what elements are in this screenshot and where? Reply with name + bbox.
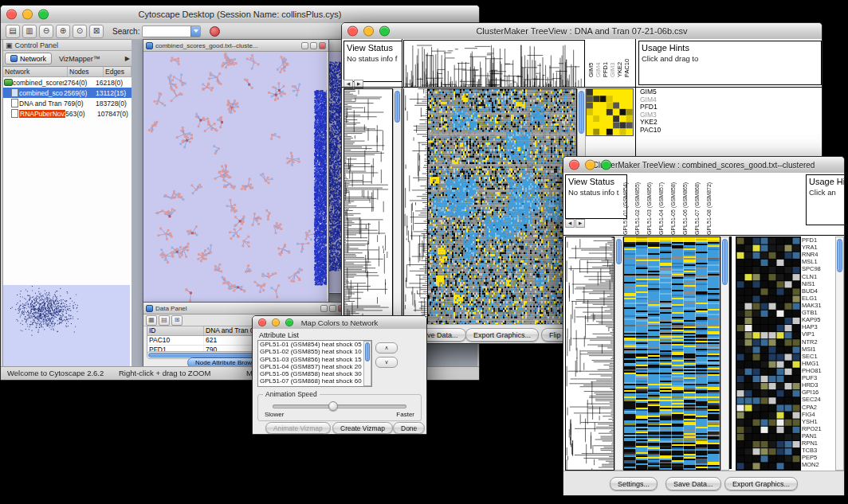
attribute-list-item[interactable]: GPL51-07 (GSM868) heat shock 60 min (258, 377, 371, 385)
zoom-fit-icon[interactable]: ⊙ (73, 25, 87, 38)
gene-label[interactable]: PUF3 (802, 374, 835, 381)
maximize-icon[interactable] (310, 42, 317, 49)
zoom-window-icon[interactable] (379, 26, 390, 37)
gene-label[interactable]: CPA2 (802, 404, 835, 411)
gene-label[interactable]: HMG1 (802, 360, 835, 367)
gene-label[interactable]: MSL1 (802, 258, 835, 265)
row-dendrogram[interactable] (403, 88, 428, 324)
attribute-select-icon[interactable]: ▦ (146, 315, 157, 326)
network-row-selected[interactable]: combined_sco 2569(6) 13112(15) (3, 88, 132, 98)
attribute-list-item[interactable]: GPL51-04 (GSM857) heat shock 20 min (258, 363, 371, 370)
heatmap[interactable] (427, 88, 577, 326)
column-dendrogram[interactable] (403, 40, 585, 88)
gene-label[interactable]: FIG4 (802, 411, 835, 418)
tab-overflow-icon[interactable]: ▶ (125, 55, 130, 62)
zoom-out-icon[interactable]: ⊖ (39, 25, 53, 38)
zoom-in-icon[interactable]: ⊕ (56, 25, 70, 38)
gene-label[interactable]: PAC10 (640, 127, 661, 135)
table-icon[interactable]: ▤ (159, 315, 170, 326)
gene-label[interactable]: MSI1 (802, 346, 835, 353)
add-attribute-icon[interactable]: ⊞ (171, 315, 183, 326)
minimize-icon[interactable] (272, 318, 280, 326)
gene-label[interactable]: RNR4 (802, 251, 835, 258)
frame-titlebar[interactable]: Data Panel (143, 303, 347, 315)
export-graphics-button[interactable]: Export Graphics... (465, 328, 539, 342)
gene-label[interactable]: PHO81 (802, 367, 835, 374)
dendrogram-scrollbar[interactable] (614, 236, 623, 471)
gene-label[interactable]: BUD4 (802, 287, 835, 295)
vertical-scrollbar[interactable] (393, 88, 402, 326)
gene-label[interactable]: CLN1 (802, 273, 835, 280)
zoom-matrix[interactable] (586, 88, 634, 136)
gene-label[interactable]: ELG1 (802, 295, 835, 302)
minimize-icon[interactable] (22, 10, 33, 20)
gene-label[interactable]: MON2 (802, 461, 835, 468)
gene-label[interactable]: SEC1 (802, 353, 835, 360)
maximize-icon[interactable] (329, 305, 336, 312)
zoom-selected-icon[interactable]: ⊠ (89, 25, 104, 38)
gene-label[interactable]: VIP1 (802, 330, 835, 338)
minimize-icon[interactable] (301, 42, 308, 49)
gene-label[interactable]: GTB1 (802, 309, 835, 316)
settings-button[interactable]: Settings... (610, 477, 658, 490)
zoom-window-icon[interactable] (38, 10, 49, 20)
open-icon[interactable]: ▤ (6, 25, 20, 38)
zoom-window-icon[interactable] (601, 160, 611, 170)
gene-label[interactable]: HRD3 (802, 381, 835, 389)
gene-label[interactable]: HAP3 (802, 323, 835, 330)
frame-titlebar[interactable]: combined_scores_good.txt--cluste... (143, 40, 328, 52)
close-icon[interactable] (258, 318, 266, 326)
gene-label[interactable]: YSH1 (802, 418, 835, 425)
attribute-list-item[interactable]: GPL51-01 (GSM854) heat shock 05 min (258, 341, 371, 348)
heatmap-scrollbar[interactable] (720, 236, 729, 471)
titlebar[interactable]: Cytoscape Desktop (Session Name: collins… (1, 6, 479, 24)
gene-label[interactable]: PFD1 (802, 236, 835, 244)
annotation-icon[interactable] (210, 26, 220, 37)
gene-label[interactable]: PEP5 (802, 454, 835, 461)
gene-label[interactable]: NTR2 (802, 338, 835, 346)
minimize-icon[interactable] (320, 305, 328, 312)
list-scrollbar[interactable] (363, 341, 371, 386)
combo-arrow-icon[interactable] (190, 26, 200, 37)
zoom-heatmap[interactable] (736, 236, 801, 471)
zoom-window-icon[interactable] (285, 318, 293, 326)
speed-slider-thumb[interactable] (328, 401, 338, 411)
gene-label[interactable]: YRA1 (802, 244, 835, 251)
save-data-button[interactable]: Save Data... (665, 477, 721, 490)
save-icon[interactable]: ▥ (22, 25, 37, 38)
move-down-button[interactable]: ∨ (375, 357, 398, 368)
gene-label[interactable]: NIS1 (802, 280, 835, 287)
gene-label[interactable]: KAP95 (802, 316, 835, 323)
minimize-icon[interactable] (363, 26, 374, 37)
gene-label[interactable]: GPI16 (802, 389, 835, 396)
gene-label[interactable]: SPC98 (802, 265, 835, 272)
speed-slider-track[interactable] (273, 404, 406, 408)
tab-network[interactable]: Network (5, 53, 52, 64)
minimize-icon[interactable] (585, 160, 595, 170)
close-icon[interactable] (6, 10, 17, 20)
titlebar[interactable]: Map Colors to Network (253, 316, 426, 330)
export-graphics-button[interactable]: Export Graphics... (724, 477, 798, 490)
done-button[interactable]: Done (393, 422, 425, 434)
network-row[interactable]: RNAPuberNov2+ 563(0) 107847(0) (3, 108, 132, 119)
scroll-right-icon[interactable]: ▶ (575, 219, 585, 228)
heatmap[interactable] (623, 236, 720, 471)
row-dendrogram-overview[interactable] (344, 88, 393, 326)
close-icon[interactable] (347, 26, 358, 37)
gene-label[interactable]: RPN1 (802, 440, 835, 447)
network-row[interactable]: combined_scores 2764(0) 16218(0) (3, 77, 132, 88)
attribute-list-item[interactable]: GPL51-03 (GSM856) heat shock 15 min (258, 356, 371, 363)
titlebar[interactable]: ClusterMaker TreeView : DNA and Tran 07-… (342, 23, 822, 40)
move-up-button[interactable]: ∧ (375, 342, 398, 354)
gene-label[interactable]: TCB3 (802, 447, 835, 454)
attribute-list-item[interactable]: GPL51-02 (GSM855) heat shock 10 min (258, 348, 371, 355)
network-row[interactable]: DNA and Tran 07 769(0) 183728(0) (3, 98, 132, 108)
close-icon[interactable] (319, 42, 326, 49)
animate-vizmap-button[interactable]: Animate Vizmap (265, 422, 331, 434)
gene-label[interactable]: RPO21 (802, 425, 835, 432)
row-dendrogram[interactable] (565, 236, 614, 471)
scroll-left-icon[interactable]: ◀ (565, 219, 575, 228)
attribute-list-item[interactable]: GPL51-05 (GSM858) heat shock 30 min (258, 370, 371, 377)
gene-label[interactable]: MAK31 (802, 302, 835, 309)
gene-label[interactable]: PAN1 (802, 432, 835, 440)
